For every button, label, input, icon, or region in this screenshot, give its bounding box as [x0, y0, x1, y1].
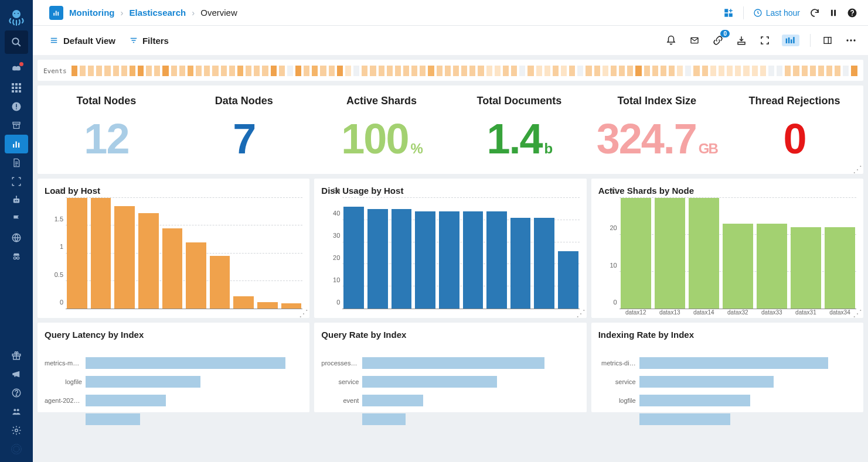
- event-cell[interactable]: [113, 66, 119, 76]
- link-icon[interactable]: 0: [712, 34, 724, 47]
- hbar[interactable]: [362, 376, 497, 388]
- event-cell[interactable]: [469, 66, 475, 76]
- indexing-rate-by-index-panel[interactable]: Indexing Rate by Indexmetrics-di…service…: [591, 323, 863, 412]
- event-cell[interactable]: [395, 66, 401, 76]
- event-cell[interactable]: [851, 66, 857, 76]
- metric-card[interactable]: Active Shards100%: [313, 95, 451, 160]
- event-cell[interactable]: [420, 66, 426, 76]
- event-cell[interactable]: [304, 66, 309, 76]
- bar[interactable]: [257, 302, 278, 309]
- bar[interactable]: [558, 251, 578, 309]
- bar[interactable]: [281, 303, 302, 309]
- event-cell[interactable]: [594, 66, 600, 76]
- event-cell[interactable]: [644, 66, 650, 76]
- event-cell[interactable]: [685, 66, 691, 76]
- query-rate-by-index-panel[interactable]: Query Rate by Indexprocesses_…serviceeve…: [314, 323, 586, 412]
- breadcrumb-root[interactable]: Monitoring: [69, 8, 114, 18]
- event-cell[interactable]: [826, 66, 832, 76]
- event-cell[interactable]: [677, 66, 683, 76]
- event-cell[interactable]: [810, 66, 816, 76]
- event-cell[interactable]: [262, 66, 268, 76]
- hbar[interactable]: [86, 357, 285, 369]
- help-button[interactable]: [847, 8, 857, 18]
- event-cell[interactable]: [428, 66, 434, 76]
- event-cell[interactable]: [237, 66, 243, 76]
- nav-settings-icon[interactable]: [5, 421, 28, 440]
- hbar[interactable]: [86, 395, 166, 406]
- filters-button[interactable]: Filters: [130, 36, 169, 46]
- pause-button[interactable]: [829, 8, 838, 18]
- event-cell[interactable]: [793, 66, 799, 76]
- event-cell[interactable]: [719, 66, 724, 76]
- hbar[interactable]: [639, 413, 731, 425]
- event-cell[interactable]: [710, 66, 716, 76]
- time-range-selector[interactable]: Last hour: [753, 8, 800, 18]
- bar[interactable]: [415, 211, 435, 309]
- event-cell[interactable]: [569, 66, 575, 76]
- bell-icon[interactable]: [665, 34, 678, 47]
- bar[interactable]: [67, 198, 87, 309]
- event-cell[interactable]: [138, 66, 144, 76]
- nav-monitoring-icon[interactable]: [5, 135, 28, 153]
- resize-handle-icon[interactable]: ⋰: [853, 167, 862, 173]
- nav-team-icon[interactable]: [5, 402, 28, 421]
- load-by-host-panel[interactable]: Load by Host00.511.52⋰: [38, 179, 309, 318]
- bar[interactable]: [343, 207, 364, 309]
- event-cell[interactable]: [171, 66, 177, 76]
- event-cell[interactable]: [495, 66, 501, 76]
- default-view-button[interactable]: Default View: [49, 36, 115, 46]
- bar[interactable]: [486, 211, 507, 309]
- hbar[interactable]: [639, 376, 774, 388]
- event-cell[interactable]: [519, 66, 525, 76]
- more-icon[interactable]: [845, 34, 857, 47]
- nav-focus-icon[interactable]: [5, 172, 28, 191]
- nav-announce-icon[interactable]: [5, 365, 28, 384]
- hbar[interactable]: [639, 357, 828, 369]
- bar[interactable]: [439, 211, 459, 309]
- event-cell[interactable]: [777, 66, 782, 76]
- event-cell[interactable]: [287, 66, 293, 76]
- event-cell[interactable]: [254, 66, 260, 76]
- hbar[interactable]: [362, 413, 406, 425]
- event-cell[interactable]: [669, 66, 675, 76]
- event-cell[interactable]: [661, 66, 666, 76]
- nav-help-icon[interactable]: [5, 384, 28, 402]
- event-cell[interactable]: [702, 66, 708, 76]
- bar[interactable]: [210, 256, 230, 309]
- active-shards-by-node-panel[interactable]: Active Shards by Node0102030datax12datax…: [591, 179, 863, 318]
- event-cell[interactable]: [188, 66, 193, 76]
- event-cell[interactable]: [486, 66, 492, 76]
- event-cell[interactable]: [154, 66, 160, 76]
- nav-apps-icon[interactable]: [5, 440, 28, 458]
- nav-issues-icon[interactable]: [5, 97, 28, 116]
- event-cell[interactable]: [627, 66, 633, 76]
- nav-gift-icon[interactable]: [5, 346, 28, 365]
- hbar[interactable]: [639, 395, 750, 406]
- bar[interactable]: [162, 228, 183, 309]
- hbar[interactable]: [362, 357, 544, 369]
- event-cell[interactable]: [387, 66, 393, 76]
- metric-card[interactable]: Data Nodes7: [175, 95, 313, 160]
- event-cell[interactable]: [527, 66, 533, 76]
- event-cell[interactable]: [511, 66, 517, 76]
- event-cell[interactable]: [121, 66, 127, 76]
- app-logo[interactable]: [4, 4, 29, 29]
- event-cell[interactable]: [743, 66, 749, 76]
- metric-card[interactable]: Total Nodes12: [38, 95, 175, 160]
- bar[interactable]: [621, 198, 651, 309]
- event-cell[interactable]: [179, 66, 185, 76]
- bar[interactable]: [91, 198, 111, 309]
- breadcrumb-root-icon[interactable]: [49, 6, 63, 20]
- event-cell[interactable]: [635, 66, 641, 76]
- event-cell[interactable]: [312, 66, 318, 76]
- event-cell[interactable]: [320, 66, 326, 76]
- event-cell[interactable]: [362, 66, 367, 76]
- bar[interactable]: [655, 198, 685, 309]
- global-search-button[interactable]: [5, 30, 28, 54]
- event-cell[interactable]: [478, 66, 484, 76]
- event-cell[interactable]: [437, 66, 442, 76]
- event-cell[interactable]: [146, 66, 152, 76]
- event-cell[interactable]: [279, 66, 285, 76]
- event-cell[interactable]: [693, 66, 699, 76]
- bar[interactable]: [757, 224, 787, 309]
